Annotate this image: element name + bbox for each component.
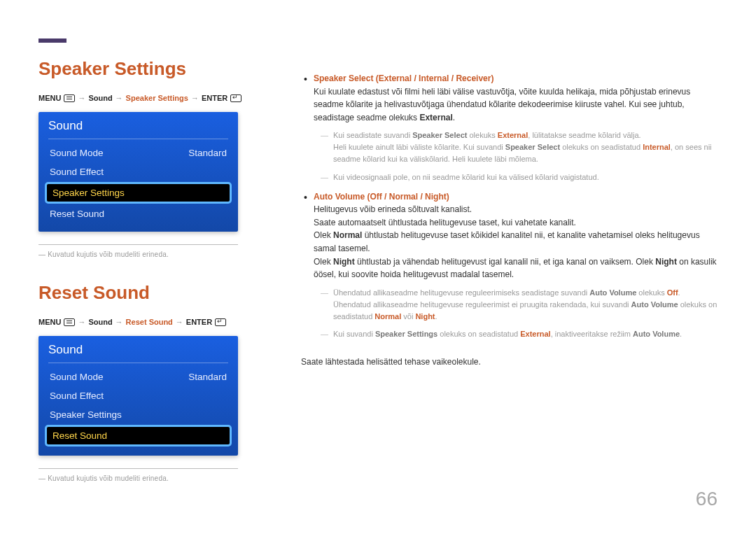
nav-enter-label: ENTER [202,94,227,102]
osd-item-sound-mode[interactable]: Sound Mode Standard [48,143,228,162]
osd-item-sound-mode-2[interactable]: Sound Mode Standard [48,367,228,386]
osd-title-2: Sound [48,343,228,363]
dash-auto-1: Ühendatud allikaseadme helitugevuse regu… [314,287,718,323]
reset-description: Saate lähtestada helisätted tehase vaike… [301,356,718,369]
osd-title: Sound [48,119,228,139]
body-text: Speaker Select (External / Internal / Re… [301,38,718,482]
menu-icon [64,94,75,102]
footnote-2: Kuvatud kujutis võib mudeliti erineda. [38,475,280,482]
osd-item-sound-effect[interactable]: Sound Effect [48,162,228,181]
divider-2 [38,468,238,469]
heading-reset-sound: Reset Sound [38,282,280,304]
nav-menu-label: MENU [38,94,61,102]
dash-speaker-2: Kui videosignaali pole, on nii seadme kõ… [314,171,718,183]
dash-auto-2: Kui suvandi Speaker Settings olekuks on … [314,328,718,340]
heading-speaker-settings: Speaker Settings [38,58,280,80]
nav-sound: Sound [88,94,112,102]
osd-item-sound-effect-2[interactable]: Sound Effect [48,386,228,405]
nav-menu-label-2: MENU [38,318,61,326]
accent-bar [38,38,66,43]
nav-reset-sound: Reset Sound [126,318,173,326]
osd-panel-reset: Sound Sound Mode Standard Sound Effect S… [38,336,238,456]
bullet-speaker-select: Speaker Select (External / Internal / Re… [301,72,718,183]
bullet-auto-volume: Auto Volume (Off / Normal / Night) Helit… [301,190,718,340]
nav-speaker-settings: Speaker Settings [126,94,188,102]
breadcrumb-speaker-settings: MENU → Sound → Speaker Settings → ENTER [38,94,280,102]
menu-icon [64,318,75,326]
dash-speaker-1: Kui seadistate suvandi Speaker Select ol… [314,129,718,165]
osd-item-speaker-settings[interactable]: Speaker Settings [47,184,230,202]
enter-icon [230,94,241,102]
osd-panel-speaker: Sound Sound Mode Standard Sound Effect S… [38,112,238,232]
page-number: 66 [696,488,718,510]
footnote-1: Kuvatud kujutis võib mudeliti erineda. [38,251,280,258]
divider [38,244,238,245]
nav-sound-2: Sound [88,318,112,326]
enter-icon [215,318,226,326]
osd-item-speaker-settings-2[interactable]: Speaker Settings [48,405,228,424]
breadcrumb-reset-sound: MENU → Sound → Reset Sound → ENTER [38,318,280,326]
osd-item-reset-sound-2[interactable]: Reset Sound [47,427,230,444]
nav-enter-label-2: ENTER [186,318,212,326]
osd-item-reset-sound[interactable]: Reset Sound [48,204,228,223]
